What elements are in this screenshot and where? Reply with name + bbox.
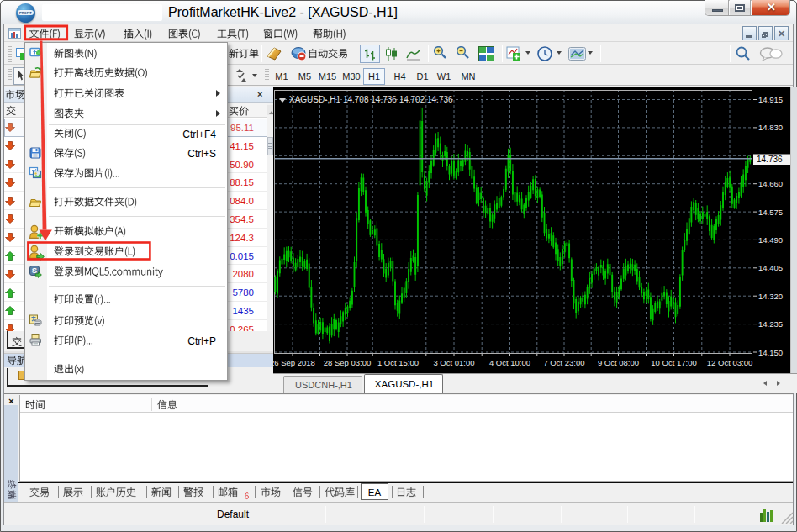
svg-text:14.235: 14.235 — [758, 319, 783, 329]
svg-text:3 Oct 01:00: 3 Oct 01:00 — [433, 358, 474, 367]
svg-text:14.915: 14.915 — [758, 95, 783, 104]
svg-text:7 Oct 23:00: 7 Oct 23:00 — [543, 358, 584, 367]
svg-text:XAGUSD-,H1 14.708 14.736 14.7: XAGUSD-,H1 14.708 14.736 14.702 14.736 — [289, 95, 453, 104]
svg-text:14.405: 14.405 — [758, 263, 783, 272]
svg-text:1 Oct 15:00: 1 Oct 15:00 — [377, 358, 419, 367]
svg-text:14.320: 14.320 — [758, 292, 783, 301]
svg-text:14.736: 14.736 — [757, 155, 783, 164]
svg-text:14.490: 14.490 — [758, 235, 783, 245]
svg-text:10 Oct 17:00: 10 Oct 17:00 — [651, 358, 696, 367]
svg-text:9 Oct 08:00: 9 Oct 08:00 — [598, 358, 639, 367]
svg-text:12 Oct 03:00: 12 Oct 03:00 — [707, 358, 752, 367]
svg-text:14.830: 14.830 — [758, 123, 783, 132]
svg-text:14.660: 14.660 — [758, 179, 783, 188]
svg-text:14.150: 14.150 — [758, 348, 783, 357]
svg-text:4 Oct 10:00: 4 Oct 10:00 — [489, 358, 530, 367]
svg-text:28 Sep 03:00: 28 Sep 03:00 — [324, 358, 372, 367]
svg-text:26 Sep 2018: 26 Sep 2018 — [273, 358, 315, 367]
svg-text:14.575: 14.575 — [758, 208, 783, 217]
